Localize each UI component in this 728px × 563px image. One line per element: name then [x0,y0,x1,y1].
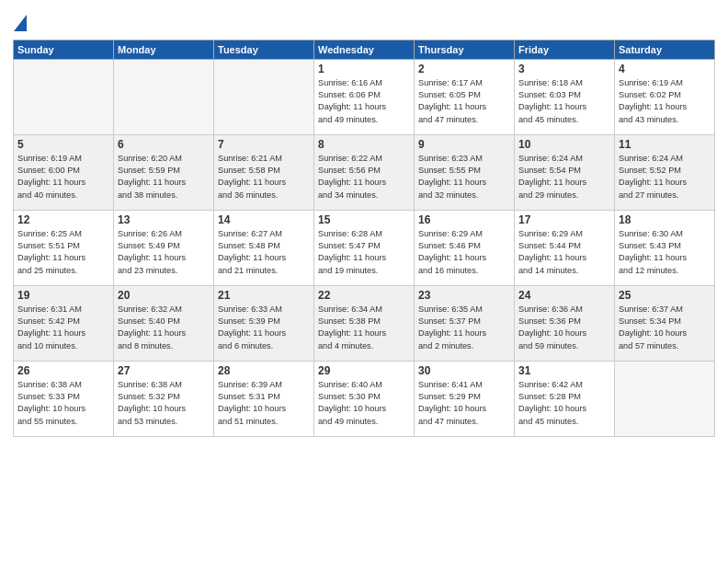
week-row-2: 5Sunrise: 6:19 AM Sunset: 6:00 PM Daylig… [14,134,715,210]
day-cell [615,361,715,436]
day-cell: 27Sunrise: 6:38 AM Sunset: 5:32 PM Dayli… [114,361,214,436]
day-cell: 28Sunrise: 6:39 AM Sunset: 5:31 PM Dayli… [214,361,314,436]
day-cell [114,59,214,134]
day-number: 22 [318,289,410,302]
week-row-3: 12Sunrise: 6:25 AM Sunset: 5:51 PM Dayli… [14,210,715,285]
week-row-5: 26Sunrise: 6:38 AM Sunset: 5:33 PM Dayli… [14,361,715,436]
day-cell [214,59,314,134]
day-detail: Sunrise: 6:29 AM Sunset: 5:46 PM Dayligh… [418,228,510,277]
day-detail: Sunrise: 6:37 AM Sunset: 5:34 PM Dayligh… [619,304,711,352]
day-cell: 11Sunrise: 6:24 AM Sunset: 5:52 PM Dayli… [615,134,715,210]
weekday-sunday: Sunday [14,40,114,59]
day-detail: Sunrise: 6:35 AM Sunset: 5:37 PM Dayligh… [418,304,510,352]
day-detail: Sunrise: 6:20 AM Sunset: 5:59 PM Dayligh… [118,153,210,201]
day-cell: 2Sunrise: 6:17 AM Sunset: 6:05 PM Daylig… [415,59,515,134]
header [13,9,715,32]
day-number: 18 [619,213,711,226]
day-detail: Sunrise: 6:34 AM Sunset: 5:38 PM Dayligh… [318,304,410,352]
day-cell: 19Sunrise: 6:31 AM Sunset: 5:42 PM Dayli… [14,285,114,361]
day-detail: Sunrise: 6:24 AM Sunset: 5:54 PM Dayligh… [518,153,610,201]
calendar-container: SundayMondayTuesdayWednesdayThursdayFrid… [0,0,728,563]
day-detail: Sunrise: 6:16 AM Sunset: 6:06 PM Dayligh… [318,77,410,126]
day-cell: 1Sunrise: 6:16 AM Sunset: 6:06 PM Daylig… [314,59,415,134]
day-number: 31 [518,364,610,377]
day-number: 8 [318,138,410,151]
day-detail: Sunrise: 6:30 AM Sunset: 5:43 PM Dayligh… [619,228,711,277]
day-cell: 8Sunrise: 6:22 AM Sunset: 5:56 PM Daylig… [314,134,415,210]
day-detail: Sunrise: 6:22 AM Sunset: 5:56 PM Dayligh… [318,153,410,201]
day-cell: 4Sunrise: 6:19 AM Sunset: 6:02 PM Daylig… [615,59,715,134]
day-number: 14 [218,213,310,226]
day-number: 30 [418,364,510,377]
logo [13,13,28,32]
day-number: 27 [118,364,210,377]
day-detail: Sunrise: 6:27 AM Sunset: 5:48 PM Dayligh… [218,228,310,277]
logo-wing-icon [14,15,27,31]
day-cell: 18Sunrise: 6:30 AM Sunset: 5:43 PM Dayli… [615,210,715,285]
weekday-tuesday: Tuesday [214,40,314,59]
day-cell: 23Sunrise: 6:35 AM Sunset: 5:37 PM Dayli… [415,285,515,361]
day-number: 15 [318,213,410,226]
day-detail: Sunrise: 6:29 AM Sunset: 5:44 PM Dayligh… [518,228,610,277]
day-cell: 29Sunrise: 6:40 AM Sunset: 5:30 PM Dayli… [314,361,415,436]
day-cell: 9Sunrise: 6:23 AM Sunset: 5:55 PM Daylig… [415,134,515,210]
day-number: 12 [17,213,109,226]
day-number: 16 [418,213,510,226]
day-number: 20 [118,289,210,302]
day-number: 10 [518,138,610,151]
day-detail: Sunrise: 6:38 AM Sunset: 5:32 PM Dayligh… [118,379,210,428]
day-number: 5 [17,138,109,151]
day-detail: Sunrise: 6:31 AM Sunset: 5:42 PM Dayligh… [17,304,109,352]
day-detail: Sunrise: 6:19 AM Sunset: 6:02 PM Dayligh… [619,77,711,126]
day-detail: Sunrise: 6:41 AM Sunset: 5:29 PM Dayligh… [418,379,510,428]
day-cell: 17Sunrise: 6:29 AM Sunset: 5:44 PM Dayli… [515,210,615,285]
day-detail: Sunrise: 6:38 AM Sunset: 5:33 PM Dayligh… [17,379,109,428]
day-number: 24 [518,289,610,302]
day-cell: 3Sunrise: 6:18 AM Sunset: 6:03 PM Daylig… [515,59,615,134]
week-row-1: 1Sunrise: 6:16 AM Sunset: 6:06 PM Daylig… [14,59,715,134]
day-number: 25 [619,289,711,302]
day-detail: Sunrise: 6:17 AM Sunset: 6:05 PM Dayligh… [418,77,510,126]
day-cell: 14Sunrise: 6:27 AM Sunset: 5:48 PM Dayli… [214,210,314,285]
day-number: 6 [118,138,210,151]
day-detail: Sunrise: 6:19 AM Sunset: 6:00 PM Dayligh… [17,153,109,201]
day-cell: 13Sunrise: 6:26 AM Sunset: 5:49 PM Dayli… [114,210,214,285]
day-detail: Sunrise: 6:42 AM Sunset: 5:28 PM Dayligh… [518,379,610,428]
weekday-saturday: Saturday [615,40,715,59]
svg-marker-0 [14,15,27,31]
day-cell: 6Sunrise: 6:20 AM Sunset: 5:59 PM Daylig… [114,134,214,210]
day-detail: Sunrise: 6:21 AM Sunset: 5:58 PM Dayligh… [218,153,310,201]
day-number: 9 [418,138,510,151]
day-cell: 10Sunrise: 6:24 AM Sunset: 5:54 PM Dayli… [515,134,615,210]
day-number: 17 [518,213,610,226]
day-detail: Sunrise: 6:39 AM Sunset: 5:31 PM Dayligh… [218,379,310,428]
day-detail: Sunrise: 6:24 AM Sunset: 5:52 PM Dayligh… [619,153,711,201]
day-cell: 15Sunrise: 6:28 AM Sunset: 5:47 PM Dayli… [314,210,415,285]
day-cell: 5Sunrise: 6:19 AM Sunset: 6:00 PM Daylig… [14,134,114,210]
day-number: 1 [318,63,410,75]
day-cell: 22Sunrise: 6:34 AM Sunset: 5:38 PM Dayli… [314,285,415,361]
day-number: 11 [619,138,711,151]
weekday-monday: Monday [114,40,214,59]
day-cell: 12Sunrise: 6:25 AM Sunset: 5:51 PM Dayli… [14,210,114,285]
day-number: 21 [218,289,310,302]
day-cell [14,59,114,134]
day-cell: 16Sunrise: 6:29 AM Sunset: 5:46 PM Dayli… [415,210,515,285]
logo-text [13,13,28,32]
day-detail: Sunrise: 6:26 AM Sunset: 5:49 PM Dayligh… [118,228,210,277]
day-cell: 21Sunrise: 6:33 AM Sunset: 5:39 PM Dayli… [214,285,314,361]
day-number: 7 [218,138,310,151]
day-number: 19 [17,289,109,302]
weekday-wednesday: Wednesday [314,40,415,59]
day-detail: Sunrise: 6:36 AM Sunset: 5:36 PM Dayligh… [518,304,610,352]
day-detail: Sunrise: 6:33 AM Sunset: 5:39 PM Dayligh… [218,304,310,352]
day-number: 29 [318,364,410,377]
day-number: 2 [418,63,510,75]
day-cell: 31Sunrise: 6:42 AM Sunset: 5:28 PM Dayli… [515,361,615,436]
weekday-header-row: SundayMondayTuesdayWednesdayThursdayFrid… [14,40,715,59]
day-detail: Sunrise: 6:23 AM Sunset: 5:55 PM Dayligh… [418,153,510,201]
week-row-4: 19Sunrise: 6:31 AM Sunset: 5:42 PM Dayli… [14,285,715,361]
weekday-friday: Friday [515,40,615,59]
day-number: 28 [218,364,310,377]
day-cell: 24Sunrise: 6:36 AM Sunset: 5:36 PM Dayli… [515,285,615,361]
